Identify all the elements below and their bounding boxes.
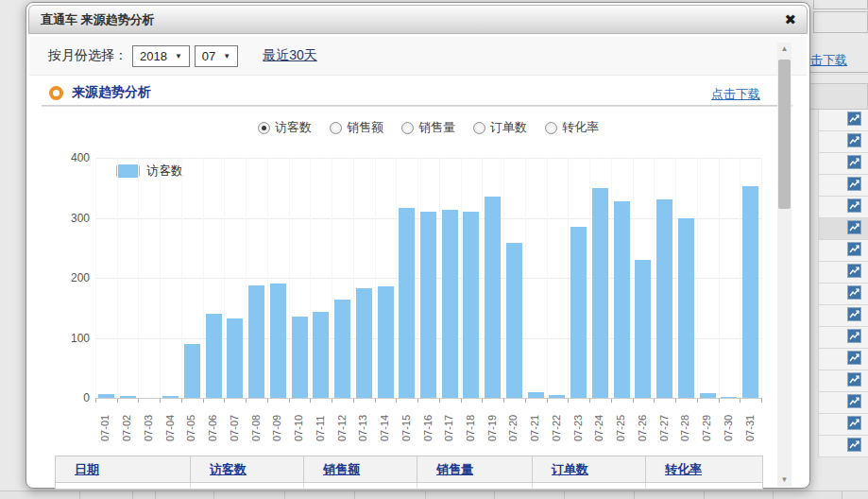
- chart-bar-07-26: [635, 260, 651, 398]
- month-selector-row: 按月份选择： 2018 ▼ 07 ▼ 最近30天: [29, 37, 807, 76]
- background-table-row: [818, 110, 868, 131]
- table-cell: [191, 483, 304, 489]
- radio-label: 转化率: [562, 119, 599, 136]
- table-sort-link-1[interactable]: 访客数: [210, 461, 247, 478]
- x-axis-label: 07-16: [422, 404, 434, 441]
- month-selector-label: 按月份选择：: [48, 47, 128, 64]
- background-table-row-strip: [0, 490, 868, 499]
- chart-bar-07-29: [700, 393, 716, 398]
- gridline: [332, 158, 332, 398]
- metric-radio-2[interactable]: 销售量: [401, 118, 455, 137]
- gridline: [138, 158, 139, 398]
- chart-bar-07-13: [356, 288, 372, 398]
- gridline: [375, 158, 376, 398]
- background-table-row: [818, 218, 868, 240]
- chart-bar-07-31: [742, 186, 758, 398]
- gridline: [95, 158, 96, 398]
- background-table-cell: [156, 491, 214, 499]
- chart-bar-07-27: [656, 199, 672, 398]
- trend-line-icon[interactable]: [833, 242, 861, 260]
- month-select[interactable]: 07 ▼: [195, 45, 238, 67]
- gridline: [117, 158, 118, 398]
- divider: [42, 105, 792, 107]
- trend-line-icon[interactable]: [833, 416, 861, 434]
- trend-line-icon[interactable]: [833, 329, 861, 347]
- gridline: [654, 158, 655, 398]
- scrollbar-thumb[interactable]: [778, 60, 791, 209]
- scroll-down-icon[interactable]: ▼: [777, 473, 791, 487]
- trend-line-icon[interactable]: [833, 264, 861, 282]
- metric-radio-3[interactable]: 订单数: [473, 118, 527, 137]
- x-axis-label: 07-19: [486, 404, 498, 441]
- gridline: [439, 158, 440, 398]
- table-header-cell: 日期: [56, 456, 191, 482]
- trend-line-icon[interactable]: [833, 198, 861, 216]
- orange-ring-icon: [49, 86, 63, 100]
- year-select[interactable]: 2018 ▼: [132, 45, 190, 67]
- background-table-cell: [285, 491, 355, 499]
- table-sort-link-3[interactable]: 销售量: [436, 461, 473, 478]
- x-axis-label: 07-12: [336, 404, 348, 441]
- chart-bar-07-20: [506, 243, 522, 398]
- metric-radio-0[interactable]: 访客数: [258, 118, 312, 137]
- x-axis-label: 07-14: [379, 404, 390, 441]
- gridline: [568, 158, 569, 398]
- recent-30-days-link[interactable]: 最近30天: [263, 47, 317, 64]
- metric-radio-1[interactable]: 销售额: [330, 118, 383, 137]
- month-select-value: 07: [202, 49, 215, 63]
- divider: [808, 72, 868, 75]
- chart-bar-07-07: [227, 318, 243, 398]
- trend-line-icon[interactable]: [833, 372, 861, 390]
- x-axis-label: 07-11: [315, 404, 326, 441]
- background-table-cell: [80, 491, 133, 499]
- x-axis-label: 07-08: [250, 404, 262, 441]
- table-sort-link-5[interactable]: 转化率: [665, 461, 702, 478]
- trend-line-icon[interactable]: [833, 133, 861, 151]
- chart-bar-07-18: [463, 212, 479, 398]
- trend-line-icon[interactable]: [833, 112, 861, 129]
- y-axis-tick-label: 100: [52, 332, 90, 345]
- chart-bar-07-05: [184, 344, 200, 398]
- screen: 点击下载 直通车 来源趋势分析 ✖ 按月份选择： 2018 ▼ 07 ▼ 最近3…: [0, 0, 868, 499]
- chart-legend[interactable]: 访客数: [116, 163, 183, 180]
- gridline: [95, 158, 761, 159]
- download-link[interactable]: 点击下载: [711, 86, 760, 103]
- x-axis-label: 07-20: [507, 404, 519, 441]
- chart-bar-07-22: [549, 395, 565, 398]
- close-icon[interactable]: ✖: [784, 11, 796, 27]
- section-title: 来源趋势分析: [72, 84, 151, 101]
- scroll-up-icon[interactable]: ▲: [777, 43, 791, 56]
- gridline: [761, 158, 762, 398]
- metric-radio-4[interactable]: 转化率: [545, 118, 599, 137]
- trend-line-icon[interactable]: [833, 438, 861, 456]
- gridline: [289, 158, 290, 398]
- trend-line-icon[interactable]: [833, 285, 861, 303]
- background-table-cell: [635, 491, 705, 499]
- chart-bar-07-02: [120, 396, 136, 398]
- background-table-row: [818, 305, 868, 327]
- dialog-scrollbar[interactable]: ▲ ▼: [777, 43, 791, 487]
- x-axis-line: [95, 398, 761, 399]
- chart-bar-07-11: [313, 312, 329, 398]
- trend-line-icon[interactable]: [833, 351, 861, 369]
- background-table-row: [818, 262, 868, 284]
- trend-line-icon[interactable]: [833, 307, 861, 325]
- table-sort-link-4[interactable]: 订单数: [552, 461, 588, 478]
- trend-line-icon[interactable]: [833, 394, 861, 412]
- table-header-cell: 转化率: [646, 456, 758, 482]
- x-axis-label: 07-02: [121, 404, 132, 441]
- background-table-cell: [495, 491, 565, 499]
- x-axis-label: 07-26: [637, 404, 648, 441]
- x-axis-label: 07-15: [400, 404, 412, 441]
- x-axis-label: 07-29: [701, 404, 712, 441]
- table-sort-link-0[interactable]: 日期: [75, 461, 99, 478]
- chevron-down-icon: ▼: [223, 52, 230, 60]
- x-axis-label: 07-04: [164, 404, 176, 441]
- trend-line-icon[interactable]: [833, 220, 861, 238]
- chart-bar-07-16: [420, 212, 436, 398]
- table-sort-link-2[interactable]: 销售额: [323, 461, 360, 478]
- trend-line-icon[interactable]: [833, 155, 861, 173]
- background-table-cell: [214, 491, 285, 499]
- x-axis-label: 07-03: [143, 404, 154, 441]
- trend-line-icon[interactable]: [833, 177, 861, 195]
